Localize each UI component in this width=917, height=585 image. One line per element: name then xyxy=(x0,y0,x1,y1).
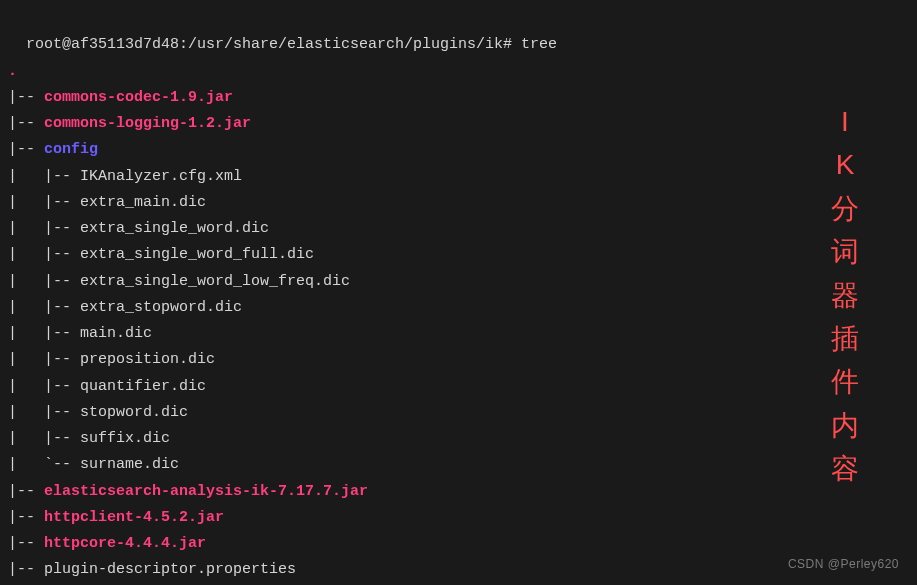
tree-output: |-- commons-codec-1.9.jar|-- commons-log… xyxy=(8,85,909,585)
tree-line: | |-- main.dic xyxy=(8,321,909,347)
file-entry: extra_single_word_full.dic xyxy=(80,246,314,263)
annotation-char: 插 xyxy=(831,317,861,360)
tree-branch-prefix: | |-- xyxy=(8,246,80,263)
file-entry: main.dic xyxy=(80,325,152,342)
tree-branch-prefix: | |-- xyxy=(8,299,80,316)
tree-branch-prefix: |-- xyxy=(8,509,44,526)
tree-root-dot: . xyxy=(8,59,909,85)
directory-entry: config xyxy=(44,141,98,158)
file-entry: surname.dic xyxy=(80,456,179,473)
file-entry: IKAnalyzer.cfg.xml xyxy=(80,168,242,185)
tree-line: |-- httpclient-4.5.2.jar xyxy=(8,505,909,531)
annotation-char: 器 xyxy=(831,274,861,317)
tree-branch-prefix: | |-- xyxy=(8,273,80,290)
tree-branch-prefix: |-- xyxy=(8,89,44,106)
file-entry: plugin-descriptor.properties xyxy=(44,561,296,578)
tree-branch-prefix: | |-- xyxy=(8,404,80,421)
tree-line: | |-- stopword.dic xyxy=(8,400,909,426)
tree-line: |-- config xyxy=(8,137,909,163)
tree-branch-prefix: | `-- xyxy=(8,456,80,473)
tree-line: | |-- extra_main.dic xyxy=(8,190,909,216)
annotation-char: 内 xyxy=(831,404,861,447)
file-entry: extra_single_word.dic xyxy=(80,220,269,237)
annotation-char: 件 xyxy=(831,360,861,403)
tree-branch-prefix: |-- xyxy=(8,535,44,552)
file-entry: extra_main.dic xyxy=(80,194,206,211)
tree-line: |-- commons-logging-1.2.jar xyxy=(8,111,909,137)
tree-branch-prefix: |-- xyxy=(8,483,44,500)
annotation-char: 分 xyxy=(831,187,861,230)
jar-file-entry: commons-codec-1.9.jar xyxy=(44,89,233,106)
file-entry: suffix.dic xyxy=(80,430,170,447)
tree-line: |-- plugin-descriptor.properties xyxy=(8,557,909,583)
file-entry: stopword.dic xyxy=(80,404,188,421)
command-text: tree xyxy=(521,36,557,53)
file-entry: extra_stopword.dic xyxy=(80,299,242,316)
tree-line: | |-- IKAnalyzer.cfg.xml xyxy=(8,164,909,190)
tree-line: | |-- extra_single_word_low_freq.dic xyxy=(8,269,909,295)
tree-line: | |-- preposition.dic xyxy=(8,347,909,373)
tree-branch-prefix: | |-- xyxy=(8,430,80,447)
shell-prompt: root@af35113d7d48:/usr/share/elasticsear… xyxy=(26,36,521,53)
tree-branch-prefix: |-- xyxy=(8,141,44,158)
annotation-char: 容 xyxy=(831,447,861,490)
tree-branch-prefix: | |-- xyxy=(8,325,80,342)
tree-branch-prefix: | |-- xyxy=(8,378,80,395)
file-entry: quantifier.dic xyxy=(80,378,206,395)
file-entry: extra_single_word_low_freq.dic xyxy=(80,273,350,290)
tree-line: | |-- extra_stopword.dic xyxy=(8,295,909,321)
file-entry: preposition.dic xyxy=(80,351,215,368)
tree-line: |-- commons-codec-1.9.jar xyxy=(8,85,909,111)
tree-branch-prefix: | |-- xyxy=(8,194,80,211)
csdn-watermark: CSDN @Perley620 xyxy=(788,554,899,575)
vertical-annotation: IK 分 词 器 插 件 内 容 xyxy=(831,100,861,491)
terminal-prompt-line: root@af35113d7d48:/usr/share/elasticsear… xyxy=(8,6,909,59)
tree-branch-prefix: |-- xyxy=(8,561,44,578)
tree-branch-prefix: | |-- xyxy=(8,168,80,185)
jar-file-entry: elasticsearch-analysis-ik-7.17.7.jar xyxy=(44,483,368,500)
tree-branch-prefix: |-- xyxy=(8,115,44,132)
jar-file-entry: httpclient-4.5.2.jar xyxy=(44,509,224,526)
tree-line: | |-- extra_single_word_full.dic xyxy=(8,242,909,268)
tree-line: |-- httpcore-4.4.4.jar xyxy=(8,531,909,557)
annotation-char: 词 xyxy=(831,230,861,273)
tree-line: | `-- surname.dic xyxy=(8,452,909,478)
tree-line: | |-- suffix.dic xyxy=(8,426,909,452)
tree-branch-prefix: | |-- xyxy=(8,351,80,368)
annotation-line: IK xyxy=(831,100,861,187)
tree-line: |-- elasticsearch-analysis-ik-7.17.7.jar xyxy=(8,479,909,505)
tree-line: | |-- quantifier.dic xyxy=(8,374,909,400)
jar-file-entry: commons-logging-1.2.jar xyxy=(44,115,251,132)
tree-branch-prefix: | |-- xyxy=(8,220,80,237)
tree-line: | |-- extra_single_word.dic xyxy=(8,216,909,242)
jar-file-entry: httpcore-4.4.4.jar xyxy=(44,535,206,552)
